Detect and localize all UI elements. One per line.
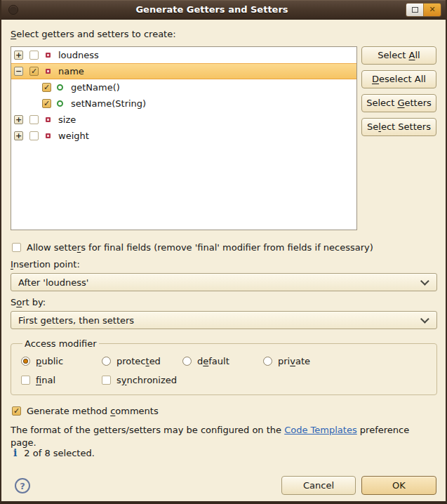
- tree-row-setname[interactable]: ✓ setName(String): [11, 95, 356, 112]
- field-icon: [46, 133, 51, 138]
- checkbox-weight[interactable]: [29, 131, 39, 140]
- titlebar[interactable]: Generate Getters and Setters ✕: [1, 0, 446, 20]
- checkbox-final[interactable]: final: [21, 373, 102, 386]
- tree-caption: Select getters and setters to create:: [11, 29, 436, 40]
- field-icon: [46, 117, 51, 122]
- ok-button[interactable]: OK: [361, 476, 436, 495]
- expand-icon[interactable]: +: [14, 51, 23, 60]
- tree-item-label: getName(): [71, 82, 120, 93]
- checkbox-name[interactable]: ✓: [29, 67, 39, 76]
- checkbox-icon[interactable]: [102, 376, 111, 385]
- status-row: i 2 of 8 selected.: [11, 446, 436, 459]
- select-setters-button[interactable]: Select Setters: [361, 118, 436, 136]
- close-button[interactable]: ✕: [423, 4, 441, 16]
- checkbox-icon[interactable]: [21, 376, 30, 385]
- help-button[interactable]: ?: [15, 478, 30, 493]
- window-title: Generate Getters and Setters: [18, 4, 406, 15]
- selection-buttons: Select All Deselect All Select Getters S…: [361, 46, 436, 230]
- allow-setters-row[interactable]: Allow setters for final fields (remove '…: [11, 241, 436, 253]
- checkbox-loudness[interactable]: [29, 51, 39, 60]
- radio-public[interactable]: public: [21, 354, 102, 367]
- radio-icon[interactable]: [182, 357, 192, 366]
- radio-private[interactable]: private: [263, 354, 427, 367]
- expand-icon[interactable]: +: [14, 115, 23, 124]
- radio-public-label: public: [36, 356, 63, 366]
- checkbox-synchronized-label: synchronized: [116, 375, 177, 385]
- sort-by-value: First getters, then setters: [18, 315, 423, 326]
- maximize-button[interactable]: [406, 4, 423, 16]
- status-text: 2 of 8 selected.: [24, 448, 94, 458]
- radio-default-label: default: [197, 356, 229, 366]
- window-menu-icon[interactable]: [8, 5, 18, 15]
- method-icon: [57, 100, 63, 107]
- tree-item-label: setName(String): [71, 98, 146, 109]
- tree-item-label: weight: [58, 131, 89, 141]
- insertion-point-label: Insertion point:: [11, 259, 436, 270]
- radio-protected[interactable]: protected: [102, 354, 182, 367]
- radio-default[interactable]: default: [182, 354, 263, 367]
- checkbox-size[interactable]: [29, 115, 39, 124]
- generate-comments-label: Generate method comments: [27, 406, 159, 416]
- tree-item-label: size: [58, 114, 76, 125]
- tree-row-size[interactable]: + size: [11, 112, 356, 128]
- expand-icon[interactable]: +: [14, 131, 23, 140]
- checkbox-setname[interactable]: ✓: [42, 99, 51, 108]
- code-templates-link[interactable]: Code Templates: [284, 425, 357, 435]
- tree-row-loudness[interactable]: + loudness: [11, 47, 356, 63]
- tree-item-label: loudness: [58, 50, 99, 60]
- radio-icon[interactable]: [21, 357, 30, 366]
- info-icon: i: [13, 447, 17, 458]
- select-getters-button[interactable]: Select Getters: [361, 94, 436, 112]
- deselect-all-button[interactable]: Deselect All: [361, 70, 436, 88]
- field-icon: [46, 53, 51, 58]
- radio-protected-label: protected: [116, 356, 161, 366]
- allow-setters-checkbox[interactable]: [12, 243, 21, 252]
- method-icon: [57, 84, 63, 91]
- dialog-footer: ? Cancel OK: [11, 476, 436, 495]
- generate-comments-row[interactable]: ✓ Generate method comments: [11, 404, 436, 417]
- radio-private-label: private: [278, 356, 310, 366]
- access-modifier-legend: Access modifier: [22, 338, 99, 349]
- collapse-icon[interactable]: −: [14, 67, 23, 76]
- sort-by-dropdown[interactable]: First getters, then setters: [11, 311, 437, 329]
- allow-setters-label: Allow setters for final fields (remove '…: [27, 242, 373, 253]
- maximize-icon: [412, 7, 418, 13]
- radio-icon[interactable]: [263, 357, 272, 366]
- field-icon: [46, 69, 51, 74]
- tree-row-name[interactable]: − ✓ name: [11, 63, 356, 79]
- generate-comments-checkbox[interactable]: ✓: [12, 406, 21, 416]
- tree-row-weight[interactable]: + weight: [11, 128, 356, 144]
- insertion-point-dropdown[interactable]: After 'loudness': [11, 273, 437, 291]
- sort-by-label: Sort by:: [11, 297, 436, 308]
- checkbox-synchronized[interactable]: synchronized: [102, 373, 182, 386]
- tree-item-label: name: [58, 66, 84, 77]
- select-all-button[interactable]: Select All: [361, 46, 436, 65]
- access-modifier-group: Access modifier public protected default…: [11, 338, 437, 395]
- radio-icon[interactable]: [102, 357, 111, 366]
- generate-getters-setters-dialog: Generate Getters and Setters ✕ Select ge…: [0, 0, 447, 504]
- dialog-body: Select getters and setters to create: + …: [1, 20, 446, 495]
- note-text-before: The format of the getters/setters may be…: [11, 425, 284, 435]
- checkbox-final-label: final: [36, 375, 55, 385]
- cancel-button[interactable]: Cancel: [281, 476, 356, 495]
- code-templates-note: The format of the getters/setters may be…: [11, 424, 436, 437]
- window-buttons: ✕: [406, 3, 441, 17]
- insertion-point-value: After 'loudness': [18, 277, 423, 288]
- checkbox-getname[interactable]: ✓: [42, 83, 51, 92]
- getter-setter-tree[interactable]: + loudness − ✓ name ✓ getName(): [11, 46, 357, 230]
- tree-row-getname[interactable]: ✓ getName(): [11, 79, 356, 95]
